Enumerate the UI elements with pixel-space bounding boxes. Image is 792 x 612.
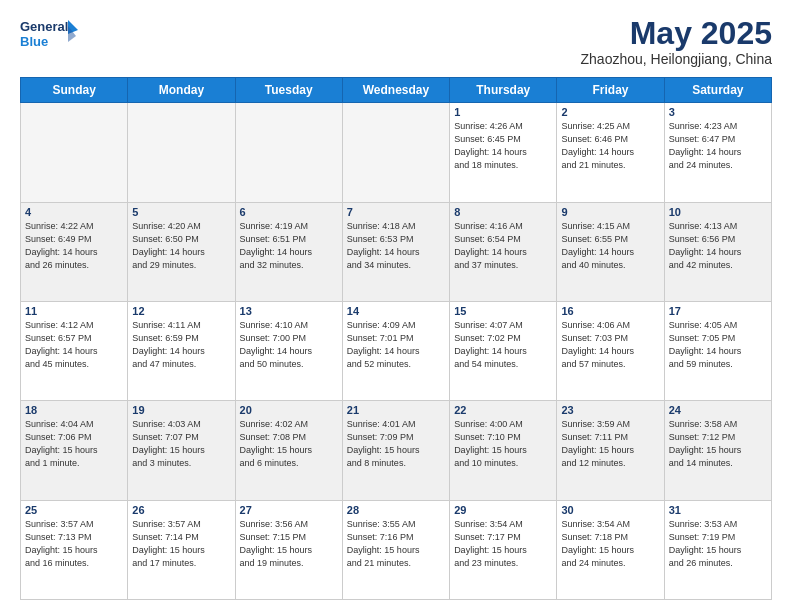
calendar-header-sunday: Sunday xyxy=(21,78,128,103)
calendar-cell-3-1: 11Sunrise: 4:12 AM Sunset: 6:57 PM Dayli… xyxy=(21,301,128,400)
day-number: 15 xyxy=(454,305,552,317)
calendar-week-2: 4Sunrise: 4:22 AM Sunset: 6:49 PM Daylig… xyxy=(21,202,772,301)
day-number: 11 xyxy=(25,305,123,317)
calendar-cell-3-6: 16Sunrise: 4:06 AM Sunset: 7:03 PM Dayli… xyxy=(557,301,664,400)
calendar-header-thursday: Thursday xyxy=(450,78,557,103)
day-detail: Sunrise: 4:18 AM Sunset: 6:53 PM Dayligh… xyxy=(347,220,445,272)
day-detail: Sunrise: 3:59 AM Sunset: 7:11 PM Dayligh… xyxy=(561,418,659,470)
calendar-cell-4-2: 19Sunrise: 4:03 AM Sunset: 7:07 PM Dayli… xyxy=(128,401,235,500)
day-detail: Sunrise: 3:53 AM Sunset: 7:19 PM Dayligh… xyxy=(669,518,767,570)
day-number: 27 xyxy=(240,504,338,516)
day-number: 16 xyxy=(561,305,659,317)
day-number: 21 xyxy=(347,404,445,416)
day-number: 3 xyxy=(669,106,767,118)
logo-svg: General Blue xyxy=(20,16,80,56)
calendar-cell-3-3: 13Sunrise: 4:10 AM Sunset: 7:00 PM Dayli… xyxy=(235,301,342,400)
day-detail: Sunrise: 4:22 AM Sunset: 6:49 PM Dayligh… xyxy=(25,220,123,272)
day-detail: Sunrise: 4:15 AM Sunset: 6:55 PM Dayligh… xyxy=(561,220,659,272)
svg-text:General: General xyxy=(20,19,68,34)
location: Zhaozhou, Heilongjiang, China xyxy=(581,51,772,67)
calendar-header-row: SundayMondayTuesdayWednesdayThursdayFrid… xyxy=(21,78,772,103)
calendar-header-monday: Monday xyxy=(128,78,235,103)
day-detail: Sunrise: 4:02 AM Sunset: 7:08 PM Dayligh… xyxy=(240,418,338,470)
day-number: 31 xyxy=(669,504,767,516)
calendar-header-tuesday: Tuesday xyxy=(235,78,342,103)
calendar-cell-3-2: 12Sunrise: 4:11 AM Sunset: 6:59 PM Dayli… xyxy=(128,301,235,400)
calendar-cell-4-7: 24Sunrise: 3:58 AM Sunset: 7:12 PM Dayli… xyxy=(664,401,771,500)
svg-text:Blue: Blue xyxy=(20,34,48,49)
calendar-header-wednesday: Wednesday xyxy=(342,78,449,103)
day-number: 14 xyxy=(347,305,445,317)
day-detail: Sunrise: 4:10 AM Sunset: 7:00 PM Dayligh… xyxy=(240,319,338,371)
day-number: 30 xyxy=(561,504,659,516)
calendar-week-5: 25Sunrise: 3:57 AM Sunset: 7:13 PM Dayli… xyxy=(21,500,772,599)
day-number: 22 xyxy=(454,404,552,416)
calendar-cell-3-7: 17Sunrise: 4:05 AM Sunset: 7:05 PM Dayli… xyxy=(664,301,771,400)
calendar-cell-5-1: 25Sunrise: 3:57 AM Sunset: 7:13 PM Dayli… xyxy=(21,500,128,599)
day-detail: Sunrise: 4:06 AM Sunset: 7:03 PM Dayligh… xyxy=(561,319,659,371)
calendar-week-3: 11Sunrise: 4:12 AM Sunset: 6:57 PM Dayli… xyxy=(21,301,772,400)
calendar-cell-2-4: 7Sunrise: 4:18 AM Sunset: 6:53 PM Daylig… xyxy=(342,202,449,301)
calendar-cell-2-2: 5Sunrise: 4:20 AM Sunset: 6:50 PM Daylig… xyxy=(128,202,235,301)
calendar-cell-3-4: 14Sunrise: 4:09 AM Sunset: 7:01 PM Dayli… xyxy=(342,301,449,400)
day-number: 7 xyxy=(347,206,445,218)
calendar-cell-2-5: 8Sunrise: 4:16 AM Sunset: 6:54 PM Daylig… xyxy=(450,202,557,301)
day-detail: Sunrise: 4:23 AM Sunset: 6:47 PM Dayligh… xyxy=(669,120,767,172)
calendar-cell-5-4: 28Sunrise: 3:55 AM Sunset: 7:16 PM Dayli… xyxy=(342,500,449,599)
calendar-cell-5-2: 26Sunrise: 3:57 AM Sunset: 7:14 PM Dayli… xyxy=(128,500,235,599)
calendar-cell-5-3: 27Sunrise: 3:56 AM Sunset: 7:15 PM Dayli… xyxy=(235,500,342,599)
calendar-cell-1-4 xyxy=(342,103,449,202)
day-detail: Sunrise: 3:57 AM Sunset: 7:14 PM Dayligh… xyxy=(132,518,230,570)
logo: General Blue xyxy=(20,16,80,56)
day-detail: Sunrise: 4:04 AM Sunset: 7:06 PM Dayligh… xyxy=(25,418,123,470)
calendar-cell-5-6: 30Sunrise: 3:54 AM Sunset: 7:18 PM Dayli… xyxy=(557,500,664,599)
day-number: 5 xyxy=(132,206,230,218)
header: General Blue May 2025 Zhaozhou, Heilongj… xyxy=(20,16,772,67)
calendar-table: SundayMondayTuesdayWednesdayThursdayFrid… xyxy=(20,77,772,600)
calendar-cell-5-7: 31Sunrise: 3:53 AM Sunset: 7:19 PM Dayli… xyxy=(664,500,771,599)
day-detail: Sunrise: 3:55 AM Sunset: 7:16 PM Dayligh… xyxy=(347,518,445,570)
month-title: May 2025 xyxy=(581,16,772,51)
day-number: 6 xyxy=(240,206,338,218)
day-detail: Sunrise: 4:11 AM Sunset: 6:59 PM Dayligh… xyxy=(132,319,230,371)
calendar-cell-4-3: 20Sunrise: 4:02 AM Sunset: 7:08 PM Dayli… xyxy=(235,401,342,500)
calendar-cell-1-1 xyxy=(21,103,128,202)
day-detail: Sunrise: 4:00 AM Sunset: 7:10 PM Dayligh… xyxy=(454,418,552,470)
day-detail: Sunrise: 4:01 AM Sunset: 7:09 PM Dayligh… xyxy=(347,418,445,470)
day-detail: Sunrise: 4:20 AM Sunset: 6:50 PM Dayligh… xyxy=(132,220,230,272)
calendar-cell-1-6: 2Sunrise: 4:25 AM Sunset: 6:46 PM Daylig… xyxy=(557,103,664,202)
calendar-cell-2-6: 9Sunrise: 4:15 AM Sunset: 6:55 PM Daylig… xyxy=(557,202,664,301)
day-detail: Sunrise: 4:16 AM Sunset: 6:54 PM Dayligh… xyxy=(454,220,552,272)
calendar-cell-2-3: 6Sunrise: 4:19 AM Sunset: 6:51 PM Daylig… xyxy=(235,202,342,301)
calendar-cell-1-7: 3Sunrise: 4:23 AM Sunset: 6:47 PM Daylig… xyxy=(664,103,771,202)
day-detail: Sunrise: 4:09 AM Sunset: 7:01 PM Dayligh… xyxy=(347,319,445,371)
day-number: 12 xyxy=(132,305,230,317)
calendar-cell-3-5: 15Sunrise: 4:07 AM Sunset: 7:02 PM Dayli… xyxy=(450,301,557,400)
day-number: 9 xyxy=(561,206,659,218)
day-detail: Sunrise: 4:05 AM Sunset: 7:05 PM Dayligh… xyxy=(669,319,767,371)
day-number: 2 xyxy=(561,106,659,118)
day-number: 26 xyxy=(132,504,230,516)
day-number: 28 xyxy=(347,504,445,516)
calendar-cell-1-3 xyxy=(235,103,342,202)
day-detail: Sunrise: 4:19 AM Sunset: 6:51 PM Dayligh… xyxy=(240,220,338,272)
day-number: 25 xyxy=(25,504,123,516)
calendar-week-1: 1Sunrise: 4:26 AM Sunset: 6:45 PM Daylig… xyxy=(21,103,772,202)
title-block: May 2025 Zhaozhou, Heilongjiang, China xyxy=(581,16,772,67)
day-detail: Sunrise: 3:58 AM Sunset: 7:12 PM Dayligh… xyxy=(669,418,767,470)
day-detail: Sunrise: 4:13 AM Sunset: 6:56 PM Dayligh… xyxy=(669,220,767,272)
day-number: 20 xyxy=(240,404,338,416)
calendar-week-4: 18Sunrise: 4:04 AM Sunset: 7:06 PM Dayli… xyxy=(21,401,772,500)
day-number: 1 xyxy=(454,106,552,118)
calendar-cell-2-1: 4Sunrise: 4:22 AM Sunset: 6:49 PM Daylig… xyxy=(21,202,128,301)
day-number: 23 xyxy=(561,404,659,416)
calendar-cell-1-5: 1Sunrise: 4:26 AM Sunset: 6:45 PM Daylig… xyxy=(450,103,557,202)
day-number: 8 xyxy=(454,206,552,218)
day-detail: Sunrise: 3:54 AM Sunset: 7:17 PM Dayligh… xyxy=(454,518,552,570)
day-detail: Sunrise: 3:56 AM Sunset: 7:15 PM Dayligh… xyxy=(240,518,338,570)
day-detail: Sunrise: 4:03 AM Sunset: 7:07 PM Dayligh… xyxy=(132,418,230,470)
day-number: 10 xyxy=(669,206,767,218)
calendar-cell-4-4: 21Sunrise: 4:01 AM Sunset: 7:09 PM Dayli… xyxy=(342,401,449,500)
day-detail: Sunrise: 3:54 AM Sunset: 7:18 PM Dayligh… xyxy=(561,518,659,570)
day-detail: Sunrise: 4:25 AM Sunset: 6:46 PM Dayligh… xyxy=(561,120,659,172)
